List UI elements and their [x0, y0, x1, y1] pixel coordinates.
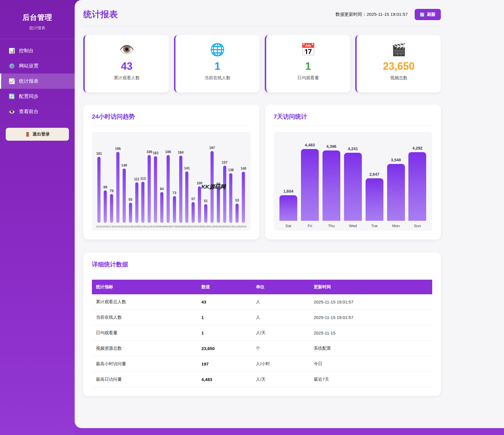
bar-slot-24h: 7917:00 [109, 189, 115, 228]
logout-button[interactable]: 🚪 退出登录 [6, 128, 69, 141]
table-body: 累计观看总人数43人2025-11-15 19:01:57当前在线人数1人202… [92, 294, 432, 387]
bar-slot-24h: 7307:00 [171, 191, 177, 228]
table-cell: 当前在线人数 [92, 310, 197, 325]
x-axis-label: Sun [414, 224, 421, 228]
bar-slot-24h: 8918:00 [102, 185, 109, 228]
chart-card-7d: 7天访问统计 1,604Sat4,483Fri4,396Thu4,241Wed2… [265, 105, 441, 239]
bar-slot-24h: 18310:00 [152, 151, 159, 228]
bar [116, 152, 119, 223]
stat-card-视频总数: 🎬23,650视频总数 [355, 35, 441, 92]
chart-divider [274, 126, 432, 126]
refresh-icon: 🔄 [420, 12, 425, 17]
clapperboard-icon: 🎬 [362, 44, 436, 56]
bar [229, 173, 232, 223]
bar-slot-7d: 4,396Thu [320, 144, 342, 228]
x-axis-label: 12:00 [140, 225, 146, 228]
table-header-cell: 统计指标 [92, 280, 197, 294]
bar [173, 196, 176, 223]
bar [323, 150, 340, 221]
bar [217, 187, 220, 223]
bar-slot-7d: 1,604Sat [278, 189, 299, 228]
sidebar-item-label: 查看前台 [19, 108, 38, 115]
bar-value-label: 57 [191, 197, 195, 201]
table-cell: 197 [197, 356, 252, 372]
chart-24h-bars: 18119:008918:007917:0019516:0014915:0055… [96, 136, 247, 228]
logout-label: 退出登录 [32, 132, 50, 137]
bar-value-label: 2,647 [369, 172, 379, 177]
x-axis-label: 11:00 [146, 225, 152, 228]
bar-value-label: 181 [96, 152, 102, 156]
bar-slot-24h: 11113:00 [134, 177, 140, 228]
bar-slot-24h: 18611:00 [146, 150, 152, 228]
sidebar-item-查看前台[interactable]: 👁️查看前台 [0, 104, 75, 119]
table-cell: 43 [197, 294, 252, 310]
bar [408, 152, 426, 221]
bar-slot-24h: 18608:00 [165, 150, 171, 228]
gear-icon: ⚙️ [9, 63, 15, 69]
stat-cards-row: 👁️43累计观看人数🌐1当前在线人数📅1日均观看量🎬23,650视频总数 [83, 35, 441, 92]
bar-slot-7d: 2,647Tue [364, 172, 385, 228]
sidebar-item-统计报表[interactable]: 📈统计报表 [0, 74, 75, 89]
refresh-button[interactable]: 🔄 刷新 [415, 9, 441, 20]
bar [301, 149, 319, 221]
update-time-label: 数据更新时间：2025-11-15 19:01:57 [335, 11, 408, 18]
table-cell: 个 [252, 341, 310, 356]
bar-value-label: 79 [110, 189, 113, 193]
stat-label: 累计观看人数 [90, 75, 164, 81]
x-axis-label: Thu [328, 224, 335, 228]
table-cell: 视频资源总数 [92, 341, 197, 356]
bar-value-label: 73 [173, 191, 176, 195]
bar-slot-24h: 5514:00 [127, 198, 134, 228]
sidebar-item-label: 统计报表 [19, 78, 38, 84]
x-axis-label: 09:00 [159, 225, 165, 228]
x-axis-label: 10:00 [152, 225, 159, 228]
bar-slot-24h: 5321:00 [234, 198, 240, 228]
bar-value-label: 1,604 [283, 189, 293, 194]
bar-slot-24h: 14915:00 [121, 163, 127, 228]
stat-label: 日均观看量 [271, 75, 345, 81]
bar-value-label: 140 [241, 167, 246, 171]
sidebar-item-控制台[interactable]: 📊控制台 [0, 43, 75, 58]
table-cell: 今日 [310, 356, 432, 372]
bar-slot-7d: 4,241Wed [342, 146, 364, 228]
eye-icon: 👁️ [9, 109, 15, 115]
bar-slot-24h: 15723:00 [221, 161, 228, 228]
table-cell: 2025-11-15 19:01:57 [310, 310, 432, 325]
bar [97, 157, 101, 223]
table-cell: 23,650 [197, 341, 252, 356]
table-row: 当前在线人数1人2025-11-15 19:01:57 [92, 310, 432, 325]
table-row: 累计观看总人数43人2025-11-15 19:01:57 [92, 294, 432, 310]
main-content: 统计报表 数据更新时间：2025-11-15 19:01:57 🔄 刷新 👁️4… [75, 0, 504, 428]
content: 统计报表 数据更新时间：2025-11-15 19:01:57 🔄 刷新 👁️4… [83, 0, 441, 396]
x-axis-label: 00:00 [215, 225, 221, 228]
x-axis-label: 06:00 [177, 225, 184, 228]
table-header-cell: 单位 [252, 280, 310, 294]
table-cell: 4,483 [197, 372, 252, 387]
table-cell: 1 [197, 325, 252, 341]
bar-slot-24h: 14020:00 [240, 167, 247, 228]
bar [242, 172, 245, 223]
bar-slot-24h: 5102:00 [203, 199, 209, 228]
table-cell: 最高小时访问量 [92, 356, 197, 372]
bar-value-label: 136 [228, 168, 234, 172]
chart-card-24h: 24小时访问趋势 18119:008918:007917:0019516:001… [83, 105, 259, 239]
sidebar-item-配置同步[interactable]: 🔄配置同步 [0, 89, 75, 104]
chart-divider [92, 126, 251, 126]
bar-slot-24h: 18119:00 [96, 152, 102, 228]
bar-slot-24h: 5704:00 [190, 197, 196, 228]
bar [198, 186, 201, 223]
bar-slot-24h: 14105:00 [184, 166, 190, 228]
sidebar-item-网站设置[interactable]: ⚙️网站设置 [0, 58, 75, 74]
table-cell: 人 [252, 310, 310, 325]
table-row: 视频资源总数23,650个系统配置 [92, 341, 432, 356]
bar [185, 171, 188, 223]
bar-slot-24h: 11312:00 [140, 177, 146, 228]
dashboard-icon: 📊 [9, 48, 15, 54]
x-axis-label: Tue [371, 224, 378, 228]
bar [123, 169, 126, 223]
sidebar-header: 后台管理 统计报表 [0, 0, 75, 31]
header-right: 数据更新时间：2025-11-15 19:01:57 🔄 刷新 [335, 9, 441, 20]
page-header: 统计报表 数据更新时间：2025-11-15 19:01:57 🔄 刷新 [83, 9, 441, 20]
bar-value-label: 4,241 [348, 146, 358, 151]
table-cell: 最高日访问量 [92, 372, 197, 387]
